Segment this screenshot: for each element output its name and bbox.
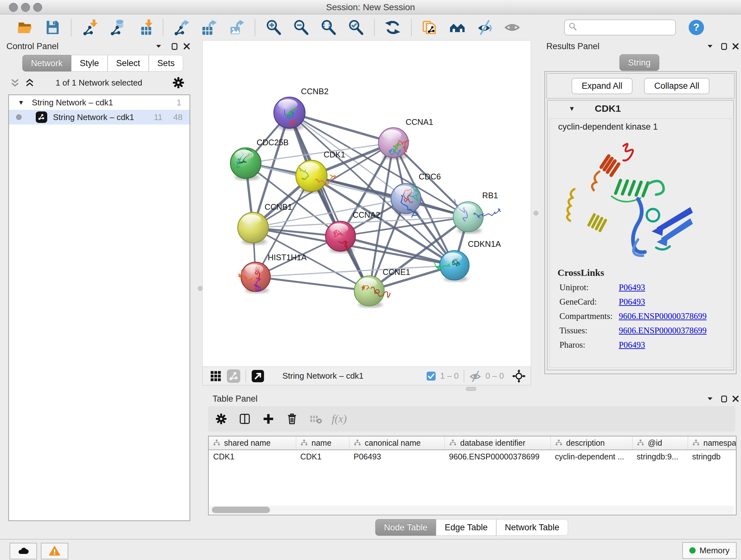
cell-shared-name: CDK1 [209,450,296,463]
hide-graphics-details-icon[interactable] [477,19,493,36]
hidden-eye-icon[interactable] [469,370,482,382]
table-horizontal-scrollbar[interactable] [209,506,734,514]
tab-style[interactable]: Style [71,55,108,71]
entry-expander-icon[interactable]: ▼ [569,105,575,112]
import-network-database-icon[interactable] [109,19,125,36]
network-row[interactable]: String Network – cdk1 11 48 [9,110,190,125]
select-columns-icon[interactable] [238,412,252,426]
node-CDK1: CDK1 [296,150,345,193]
table-panel-collapse-icon[interactable] [704,393,716,404]
save-session-icon[interactable] [45,19,61,36]
selected-checkbox-icon[interactable] [426,371,436,381]
node-HIST1H1A: HIST1H1A [239,253,307,294]
import-table-file-icon[interactable] [137,19,152,36]
network-collection-row[interactable]: ▼ String Network – cdk1 1 [9,95,190,110]
expand-collapse-bar: Expand All Collapse All [546,73,735,99]
left-splitter-handle[interactable] [198,286,203,291]
zoom-fit-icon[interactable] [320,19,336,36]
network-row-label: String Network – cdk1 [53,112,134,122]
expand-all-button[interactable]: Expand All [571,78,633,94]
home-icon[interactable] [449,19,465,36]
zoom-selected-icon[interactable] [348,19,364,36]
search-input[interactable] [578,22,665,33]
results-panel-collapse-icon[interactable] [704,41,716,52]
warnings-button[interactable] [41,543,68,559]
import-network-file-icon[interactable] [82,19,98,36]
gene-entry: ▼ CDK1 cyclin-dependent kinase 1 [547,100,734,370]
column-header-@id[interactable]: @id [632,436,688,449]
refresh-view-icon[interactable] [385,19,401,36]
tab-edge-table[interactable]: Edge Table [436,519,496,536]
tree-expander-icon[interactable]: ▼ [18,99,24,106]
tab-node-table[interactable]: Node Table [375,519,436,536]
node-label-CDC25B: CDC25B [257,138,289,147]
cloud-status-button[interactable] [10,543,37,559]
table-header-row: shared namenamecanonical namedatabase id… [209,436,736,450]
memory-label: Memory [699,546,730,556]
network-options-gear-icon[interactable] [172,76,185,89]
birdseye-view-icon[interactable] [504,19,520,36]
table-settings-gear-icon[interactable] [214,412,228,426]
horizontal-splitter-handle[interactable] [466,387,476,391]
collapse-all-tree-icon[interactable] [10,77,20,88]
network-view-footer: String Network – cdk1 1 – 0 0 – 0 [202,367,531,385]
gene-entry-header[interactable]: ▼ CDK1 [548,101,733,117]
title-bar: Session: New Session [0,0,741,14]
table-row[interactable]: CDK1CDK1P064939606.ENSP00000378699cyclin… [209,450,736,463]
right-splitter-handle[interactable] [534,211,538,215]
grid-view-icon[interactable] [209,369,222,383]
crosslink-link[interactable]: P06493 [619,297,645,307]
scrollbar-thumb[interactable] [212,507,270,513]
zoom-out-icon[interactable] [293,19,309,36]
application-window: Session: New Session ? Control Panel Net… [0,0,741,560]
help-button[interactable]: ? [689,20,704,35]
column-header-shared-name[interactable]: shared name [209,436,296,449]
column-header-canonical-name[interactable]: canonical name [349,436,445,449]
results-panel-close-icon[interactable] [730,41,741,52]
table-panel-float-icon[interactable] [719,393,730,404]
export-table-icon[interactable] [201,19,217,36]
detach-view-icon[interactable] [251,369,265,383]
column-header-name[interactable]: name [296,436,349,449]
crosshair-icon[interactable] [512,369,526,383]
zoom-in-icon[interactable] [266,19,281,36]
crosslink-link[interactable]: P06493 [619,283,645,293]
crosslink-link[interactable]: P06493 [619,340,645,350]
column-header-database-identifier[interactable]: database identifier [445,436,550,449]
duplicate-network-icon[interactable] [422,19,438,36]
export-image-icon[interactable] [228,19,245,36]
delete-column-icon[interactable] [285,412,299,426]
control-panel-collapse-icon[interactable] [153,41,164,52]
add-column-icon[interactable] [261,412,276,426]
column-header-namespace[interactable]: namespace [688,436,737,449]
crosslink-link[interactable]: 9606.ENSP00000378699 [619,326,706,335]
memory-button[interactable]: Memory [682,542,737,559]
node-label-CDC6: CDC6 [419,172,441,181]
tab-select[interactable]: Select [108,55,149,71]
search-box[interactable] [564,19,676,36]
left-splitter[interactable] [198,40,202,539]
control-panel: Control Panel NetworkStyleSelectSets 1 o… [0,40,198,529]
results-panel-float-icon[interactable] [719,41,730,52]
table-toolbar: f(x) [208,406,735,432]
tab-sets[interactable]: Sets [149,55,183,71]
open-session-icon[interactable] [17,19,33,36]
table-panel-close-icon[interactable] [730,393,741,404]
cell-@id: stringdb:9... [632,450,688,463]
column-header-description[interactable]: description [550,436,632,449]
node-label-CDK1: CDK1 [324,150,345,159]
tab-network[interactable]: Network [22,55,71,71]
tab-network-table[interactable]: Network Table [496,519,568,536]
expand-all-tree-icon[interactable] [24,77,35,88]
export-network-icon[interactable] [174,19,190,36]
crosslink-link[interactable]: 9606.ENSP00000378699 [619,311,706,321]
control-panel-float-icon[interactable] [169,41,180,52]
tab-string[interactable]: String [619,54,659,71]
node-table: shared namenamecanonical namedatabase id… [208,436,737,515]
control-panel-close-icon[interactable] [181,41,192,52]
collapse-all-button[interactable]: Collapse All [644,78,710,94]
network-canvas[interactable]: CCNB2 CCNA1 CDC25B CDK1 CDC6 R [202,40,531,367]
network-tree: ▼ String Network – cdk1 1 String Network… [8,95,190,521]
control-panel-tabs: NetworkStyleSelectSets [22,55,183,71]
network-view-mode-icon[interactable] [227,369,240,383]
